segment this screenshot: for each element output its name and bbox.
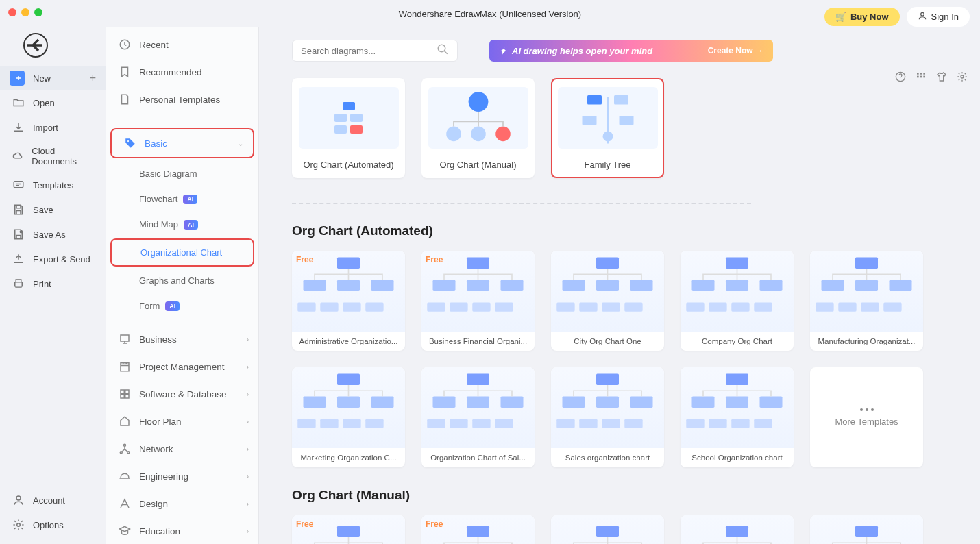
- svg-rect-115: [467, 526, 489, 538]
- category-floor-plan[interactable]: Floor Plan›: [106, 408, 258, 435]
- chevron-right-icon: ›: [247, 391, 249, 398]
- subcategory-flowchart[interactable]: FlowchartAI: [106, 186, 258, 212]
- category-business[interactable]: Business›: [106, 325, 258, 353]
- subcategory-form[interactable]: FormAI: [106, 293, 258, 319]
- category-recent[interactable]: Recent: [106, 31, 258, 58]
- subcategory-label: Mind Map: [139, 219, 178, 230]
- svg-rect-70: [890, 280, 912, 292]
- svg-rect-72: [838, 303, 856, 312]
- plus-square-icon: [12, 72, 25, 84]
- card-label: Org Chart (Automated): [303, 160, 393, 170]
- svg-rect-99: [726, 374, 748, 386]
- main-content: ✦ AI drawing helps open your mind Create…: [259, 27, 980, 544]
- nav-export-send[interactable]: Export & Send: [0, 247, 106, 271]
- svg-rect-11: [125, 390, 129, 393]
- svg-point-29: [495, 126, 511, 141]
- subcategory-label: Form: [139, 301, 160, 311]
- category-education[interactable]: Education›: [106, 517, 258, 544]
- template-tile[interactable]: Sales organization chart: [551, 367, 664, 467]
- folder-icon: [12, 97, 25, 109]
- template-tile[interactable]: City Org Chart One: [551, 251, 664, 351]
- template-tile[interactable]: FreeBusiness Financial Organi...: [421, 251, 535, 351]
- sign-in-button[interactable]: Sign In: [907, 7, 970, 27]
- subcategory-basic-diagram[interactable]: Basic Diagram: [106, 161, 258, 186]
- template-tile[interactable]: Free: [292, 515, 405, 544]
- nav-account[interactable]: Account: [0, 488, 106, 512]
- template-tile[interactable]: School Organization chart: [681, 367, 794, 467]
- subcategory-label: Flowchart: [139, 194, 177, 204]
- tag-icon: [124, 137, 136, 149]
- nav-import[interactable]: Import: [0, 115, 106, 140]
- svg-rect-8: [121, 335, 129, 341]
- svg-point-14: [124, 444, 126, 446]
- nav-new[interactable]: New+: [0, 66, 106, 90]
- back-button[interactable]: [23, 33, 48, 58]
- template-tile[interactable]: Manufacturing Oraganizat...: [810, 251, 923, 351]
- svg-rect-93: [596, 397, 619, 408]
- svg-rect-48: [450, 303, 467, 312]
- category-recommended[interactable]: Recommended: [106, 58, 258, 86]
- search-box[interactable]: [292, 40, 458, 62]
- template-tile[interactable]: Marketing Organization C...: [292, 367, 405, 467]
- search-icon[interactable]: [437, 43, 449, 58]
- nav-label: Account: [33, 495, 65, 506]
- featured-card-org-chart-manual-[interactable]: Org Chart (Manual): [421, 78, 535, 178]
- ai-banner[interactable]: ✦ AI drawing helps open your mind Create…: [489, 40, 773, 62]
- create-now-button[interactable]: Create Now →: [708, 46, 763, 55]
- featured-card-family-tree[interactable]: Family Tree: [551, 78, 664, 178]
- tile-label: Administrative Organizatio...: [292, 332, 405, 351]
- svg-rect-61: [726, 280, 748, 292]
- template-tile[interactable]: Company Org Chart: [681, 251, 794, 351]
- hardhat-icon: [119, 470, 131, 482]
- template-tile[interactable]: [810, 515, 923, 544]
- template-tile[interactable]: [681, 515, 794, 544]
- settings-icon[interactable]: [957, 71, 968, 85]
- category-engineering[interactable]: Engineering›: [106, 462, 258, 490]
- nav-print[interactable]: Print: [0, 271, 106, 296]
- svg-rect-33: [619, 116, 633, 125]
- svg-rect-50: [495, 303, 513, 312]
- nav-templates[interactable]: Templates: [0, 173, 106, 197]
- category-project-management[interactable]: Project Management›: [106, 353, 258, 380]
- buy-now-button[interactable]: 🛒 Buy Now: [824, 8, 900, 26]
- shirt-icon[interactable]: [936, 71, 947, 85]
- category-network[interactable]: Network›: [106, 435, 258, 462]
- nav-open[interactable]: Open: [0, 90, 106, 115]
- plus-icon[interactable]: +: [90, 72, 96, 84]
- svg-rect-84: [433, 397, 456, 408]
- nav-save[interactable]: Save: [0, 197, 106, 222]
- more-templates-tile[interactable]: More Templates: [810, 367, 923, 467]
- help-icon[interactable]: [895, 71, 906, 85]
- education-icon: [119, 525, 131, 537]
- svg-rect-69: [855, 280, 878, 292]
- export-icon: [12, 253, 25, 265]
- template-tile[interactable]: Free: [421, 515, 535, 544]
- featured-card-org-chart-automated-[interactable]: Org Chart (Automated): [292, 78, 405, 178]
- category-personal-templates[interactable]: Personal Templates: [106, 86, 258, 113]
- nav-save-as[interactable]: Save As: [0, 222, 106, 247]
- category-basic[interactable]: Basic⌄: [110, 128, 254, 158]
- nav-label: Print: [33, 279, 51, 289]
- nav-options[interactable]: Options: [0, 512, 106, 537]
- subcategory-graphs-and-charts[interactable]: Graphs and Charts: [106, 268, 258, 293]
- template-tile[interactable]: FreeAdministrative Organizatio...: [292, 251, 405, 351]
- svg-rect-104: [709, 419, 726, 428]
- svg-point-25: [961, 75, 964, 78]
- svg-rect-97: [602, 419, 620, 428]
- svg-rect-12: [121, 395, 124, 398]
- svg-rect-96: [579, 419, 597, 428]
- search-input[interactable]: [301, 46, 437, 56]
- chevron-right-icon: ›: [247, 445, 249, 453]
- svg-rect-64: [709, 303, 726, 312]
- subcategory-organizational-chart[interactable]: Organizational Chart: [110, 238, 254, 267]
- category-design[interactable]: Design›: [106, 490, 258, 517]
- category-software-database[interactable]: Software & Database›: [106, 380, 258, 408]
- template-tile[interactable]: Organization Chart of Sal...: [421, 367, 535, 467]
- nav-cloud-documents[interactable]: Cloud Documents: [0, 140, 106, 173]
- svg-rect-89: [472, 419, 490, 428]
- template-tile[interactable]: [551, 515, 664, 544]
- subcategory-mind-map[interactable]: Mind MapAI: [106, 212, 258, 237]
- chevron-right-icon: ›: [247, 336, 249, 343]
- apps-icon[interactable]: [916, 71, 927, 85]
- sparkle-icon: ✦: [499, 46, 506, 56]
